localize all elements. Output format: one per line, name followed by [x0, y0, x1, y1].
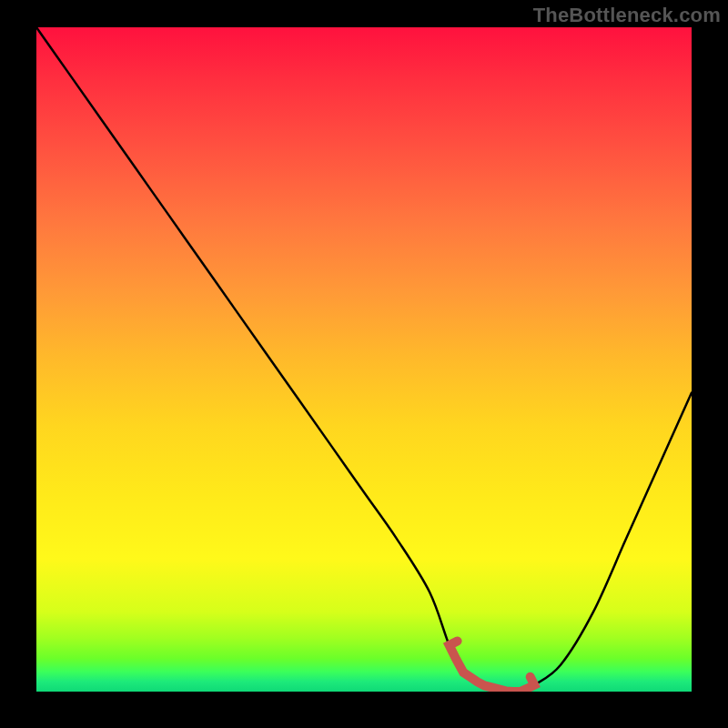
chart-svg: [36, 27, 692, 692]
optimal-range-marker: [450, 641, 535, 692]
chart-frame: TheBottleneck.com: [0, 0, 728, 728]
plot-area: [36, 27, 692, 692]
watermark-text: TheBottleneck.com: [533, 4, 721, 27]
bottleneck-curve: [36, 27, 692, 692]
